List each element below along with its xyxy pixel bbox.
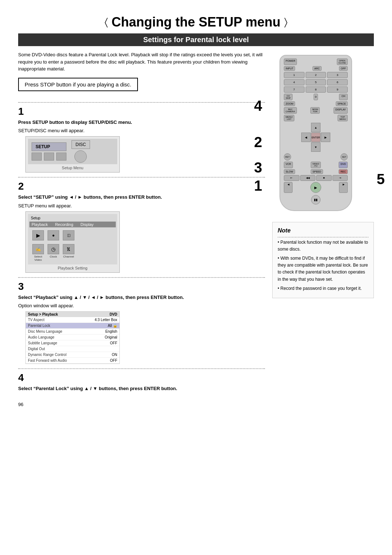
arc-button[interactable]: ARC	[313, 66, 322, 71]
table-row: Digital Out	[26, 346, 119, 352]
pm-clock-label: Clock	[50, 255, 57, 258]
table-row: Disc Menu Language English	[26, 329, 119, 335]
slow-button[interactable]: SLOW	[284, 169, 295, 174]
playback-mockup-inner: Setup Playback Recording Display ▶ ●	[28, 214, 117, 264]
pm-clock-icon: ◷	[48, 244, 59, 254]
btn-7[interactable]: 7	[284, 86, 305, 93]
open-close-button[interactable]: OPENCLOSE	[337, 58, 348, 65]
page-title: Changing the SETUP menu	[111, 15, 280, 30]
btn-3[interactable]: 3	[327, 72, 348, 78]
remote-top-row: POWER OPENCLOSE	[284, 58, 348, 65]
return-button[interactable]: RET	[284, 153, 291, 161]
pm-channel-icon: ⛕	[63, 244, 74, 254]
ch-skip-button[interactable]: CHSKIP	[284, 94, 293, 100]
video-tv-button[interactable]: VIDEO/TV	[311, 162, 321, 168]
pause-button[interactable]: ▮▮	[311, 195, 320, 204]
pm-display-icon: ◫	[63, 230, 74, 240]
next-skip-button[interactable]: ⇥	[332, 175, 348, 181]
prev-skip-button[interactable]: ⇤	[284, 175, 299, 181]
monitor-button[interactable]: MONITOR	[310, 107, 320, 114]
btn-5[interactable]: 5	[306, 79, 326, 85]
vcr-button[interactable]: VCR	[284, 162, 293, 168]
setup-icon-row	[32, 153, 66, 161]
remote-step-4: 4	[254, 98, 262, 113]
fwd-button[interactable]: ▶	[339, 182, 348, 193]
number-grid: 1 2 3 4 5 6 7 8 9	[284, 72, 348, 93]
scan-button[interactable]: ◀	[284, 182, 293, 193]
setup-disc-mockup: SETUP DISC	[25, 136, 120, 173]
table-row: Subtitle Language OFF	[26, 340, 119, 346]
dpad-empty-bl	[301, 142, 311, 152]
step2-instruction-bold: Select “SETUP” using ◄ / ► buttons, then…	[18, 194, 162, 200]
dpad-left[interactable]: ◀	[301, 133, 311, 142]
dpad-up[interactable]: ▲	[311, 123, 320, 132]
ptm-header: Setup > Playback DVD	[26, 312, 119, 317]
pm-select-label: SelectVideo	[34, 255, 42, 262]
step4-number: 4	[18, 372, 265, 384]
pm-icon-row: ▶ ● ◫	[29, 229, 116, 243]
disc-icon	[74, 150, 87, 163]
dpad-empty-br	[321, 142, 330, 152]
pm-icon-record: ●	[48, 230, 59, 241]
left-column: Some DVD-Video discs feature a Parental …	[18, 51, 265, 394]
setup-button[interactable]: SET	[340, 153, 348, 161]
rew-button[interactable]: ◀◀	[300, 175, 316, 181]
power-button[interactable]: POWER	[284, 58, 297, 65]
pm-record-icon: ●	[48, 230, 59, 240]
btn-8[interactable]: 8	[306, 86, 326, 93]
ch-button[interactable]: CH	[339, 94, 348, 100]
btn-9[interactable]: 9	[327, 86, 348, 93]
btn-1[interactable]: 1	[284, 72, 305, 78]
table-row: Audio Language Original	[26, 335, 119, 340]
btn-4[interactable]: 4	[284, 79, 305, 85]
note-list: Parental lock function may not be availa…	[278, 239, 368, 292]
page-number: 96	[18, 402, 374, 407]
remote-input-row: INPUT ARC OFF	[284, 66, 348, 71]
enter-button[interactable]: ENTER	[311, 133, 320, 142]
title-arrow-right-icon: 〉	[284, 16, 287, 28]
remote-control: POWER OPENCLOSE INPUT ARC OFF 1 2 3	[279, 55, 352, 211]
scan-play-row: ◀ ▶ ▶	[284, 182, 348, 193]
btn-2[interactable]: 2	[306, 72, 326, 78]
space-button[interactable]: SPACE	[336, 101, 348, 106]
note-item-3: Record the password in case you forget i…	[278, 285, 368, 292]
dpad-down[interactable]: ▼	[311, 142, 320, 152]
pm-icon-display: ◫	[63, 230, 74, 241]
note-item-2: With some DVDs, it may be difficult to f…	[278, 255, 368, 283]
speed-button[interactable]: SPEED	[311, 169, 323, 174]
btn-0[interactable]: 0	[314, 94, 318, 100]
remote-container: 4 2 3 1 5 POWER OPENCLOSE	[272, 55, 374, 211]
pm-channel-label: Channel	[63, 255, 74, 258]
pm-tab-display: Display	[81, 222, 94, 227]
pm-icon-select: ✍ SelectVideo	[32, 244, 44, 262]
pm-icon-play: ▶	[32, 230, 44, 241]
step4-instruction: Select “Parental Lock” using ▲ / ▼ butto…	[18, 385, 265, 392]
btn-6[interactable]: 6	[327, 79, 348, 85]
transport-row1: ⇤ ◀◀ ■ ⇥	[284, 175, 348, 181]
return-setup-row: RET SET	[284, 153, 348, 161]
off-button[interactable]: OFF	[339, 66, 348, 71]
pm-icon-row2: ✍ SelectVideo ◷ Clock ⛕ Channel	[29, 243, 116, 263]
menu-list-button[interactable]: MENU/LIST	[284, 115, 294, 121]
rec-camera-button[interactable]: RECCAMERA	[284, 107, 297, 114]
record-button[interactable]: REC	[339, 169, 348, 174]
dpad-right[interactable]: ▶	[321, 133, 330, 142]
disc-section: DISC	[72, 140, 90, 163]
note-box: Note Parental lock function may not be a…	[272, 222, 374, 298]
note-item-1: Parental lock function may not be availa…	[278, 239, 368, 253]
dvd-button[interactable]: DVD	[339, 162, 348, 168]
stop-button[interactable]: ■	[316, 175, 332, 181]
zoom-button[interactable]: ZOOM	[284, 101, 295, 106]
dpad-empty-tl	[301, 123, 311, 132]
input-button[interactable]: INPUT	[284, 66, 295, 71]
setup-section: SETUP	[32, 142, 66, 161]
ptm-header-right: DVD	[110, 312, 117, 316]
play-button[interactable]: ▶	[310, 182, 321, 193]
pm-tab-playback: Playback	[32, 222, 48, 227]
top-menu-button[interactable]: TOPMENU	[338, 115, 348, 121]
display-button[interactable]: DISPLAY	[334, 107, 348, 114]
step1-sub: SETUP/DISC menu will appear.	[18, 128, 265, 133]
step3-instruction: Select “Playback” using ▲ / ▼ / ◄ / ► bu…	[18, 294, 265, 301]
step1-divider	[18, 102, 265, 103]
step2-sub: SETUP menu will appear.	[18, 203, 265, 208]
